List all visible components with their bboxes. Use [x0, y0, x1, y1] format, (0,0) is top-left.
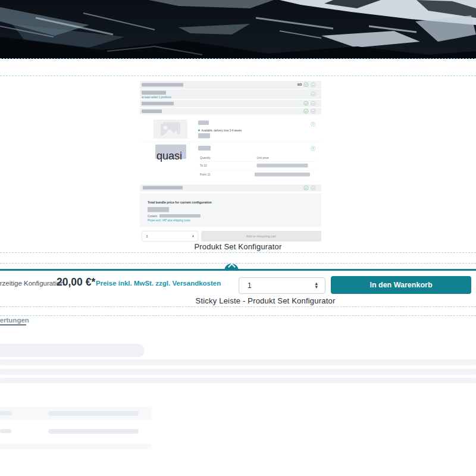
tier-row: To 10 — [198, 161, 315, 171]
stepper-icon: ▴ ▾ — [315, 282, 318, 289]
hero-mountain-image — [0, 0, 476, 59]
availability-dot — [198, 130, 200, 131]
photo-icon — [159, 121, 182, 137]
skeleton-line — [0, 359, 476, 365]
placeholder-bar — [257, 164, 308, 168]
availability-text: Available, delivery time 3-4 weeks — [202, 129, 242, 132]
check-circle-icon: ✓ — [304, 109, 309, 114]
placeholder-bar — [159, 214, 201, 218]
quantity-value: 1 — [146, 234, 148, 238]
collapse-icon[interactable]: − — [311, 109, 316, 114]
section-divider-dashed — [0, 252, 476, 253]
check-circle-icon: ✓ — [304, 101, 309, 106]
skeleton-pill — [0, 429, 11, 433]
chevron-up-icon — [228, 263, 236, 271]
config-group-header[interactable]: ✓ − — [140, 100, 321, 107]
total-title: Total bundle price for current configura… — [148, 201, 212, 204]
placeholder-bar — [148, 207, 169, 212]
section-divider-dashed — [0, 315, 476, 316]
check-circle-icon: ✓ — [304, 186, 309, 190]
progress-counter: 0/3 — [298, 83, 302, 86]
placeholder-bar — [255, 173, 310, 177]
skeleton-line — [0, 369, 476, 375]
configurator-caption: Produkt Set Konfigurator — [0, 242, 476, 251]
content-label: Content: — [148, 214, 158, 217]
collapse-icon[interactable]: − — [311, 92, 316, 96]
placeholder-bar — [143, 186, 183, 190]
sticky-quantity-select[interactable]: 1 ▴ ▾ — [239, 277, 325, 294]
skeleton-row-bg — [0, 444, 152, 449]
skeleton-pill — [48, 429, 139, 434]
divider — [140, 142, 321, 142]
column-unit-price: Unit price — [257, 156, 269, 159]
placeholder-bar — [142, 109, 162, 113]
tier-row: From 11 — [198, 170, 315, 179]
selection-hint: at least select 1 products — [142, 96, 171, 99]
add-to-cart-button[interactable]: In den Warenkorb — [331, 276, 471, 294]
info-icon[interactable]: i — [311, 146, 316, 151]
total-summary: Total bundle price for current configura… — [140, 193, 321, 227]
tier-table-header: Quantity Unit price — [198, 154, 315, 162]
info-icon[interactable]: i — [311, 122, 316, 127]
placeholder-bar — [198, 146, 211, 151]
product-set-configurator: 0/3 ✓ − at least select 1 products − ✓ −… — [140, 79, 321, 243]
tier-label: From 11 — [200, 173, 210, 177]
sticky-collapse-tab[interactable] — [224, 264, 239, 271]
config-group-header[interactable]: 0/3 ✓ − — [140, 81, 321, 89]
stepper-icon: ▴ ▾ — [192, 235, 193, 238]
image-alt-text: quasi — [156, 149, 182, 162]
placeholder-bar — [142, 102, 174, 105]
placeholder-bar — [198, 133, 210, 139]
skeleton-pill — [48, 411, 139, 416]
config-group-header[interactable]: ✓ − — [140, 184, 321, 192]
skeleton-heading — [0, 344, 145, 357]
active-tab-underline — [0, 324, 26, 325]
column-quantity: Quantity — [200, 156, 211, 159]
placeholder-bar — [142, 83, 183, 87]
skeleton-line — [0, 378, 476, 383]
collapse-icon[interactable]: − — [311, 83, 316, 87]
config-group-header[interactable]: ✓ − — [140, 108, 321, 115]
mountain-graphic — [0, 0, 476, 59]
collapse-icon[interactable]: − — [311, 101, 316, 106]
price: 20,00 €* — [57, 276, 95, 289]
skeleton-pill — [0, 411, 12, 415]
current-config-label: Derzeitige Konfiguration — [0, 280, 64, 287]
quantity-value: 1 — [248, 281, 252, 290]
check-circle-icon: ✓ — [304, 83, 309, 87]
tier-label: To 10 — [200, 164, 207, 168]
tax-shipping-link[interactable]: Preise inkl. MwSt. zzgl. Versandkosten — [96, 280, 221, 287]
quantity-select[interactable]: 1 ▴ ▾ — [142, 231, 198, 242]
tab-reviews[interactable]: Bewertungen — [0, 317, 29, 324]
sticky-caption: Sticky Leiste - Produkt Set Konfigurator — [27, 296, 476, 305]
section-divider-dashed — [0, 58, 476, 59]
section-divider-dashed — [0, 306, 476, 307]
section-divider-dashed — [0, 76, 476, 76]
placeholder-bar — [198, 121, 209, 126]
section-divider-dashed — [0, 263, 476, 264]
vat-note-link[interactable]: Prices excl. VAT plus shipping costs. — [148, 219, 191, 222]
config-group-header[interactable]: at least select 1 products − — [140, 89, 321, 99]
product-image-placeholder — [154, 120, 187, 139]
placeholder-bar — [142, 91, 166, 95]
add-to-cart-button-disabled[interactable]: Add to shopping cart — [201, 231, 321, 242]
storefront-page: 0/3 ✓ − at least select 1 products − ✓ −… — [0, 0, 476, 476]
collapse-icon[interactable]: − — [311, 186, 316, 190]
